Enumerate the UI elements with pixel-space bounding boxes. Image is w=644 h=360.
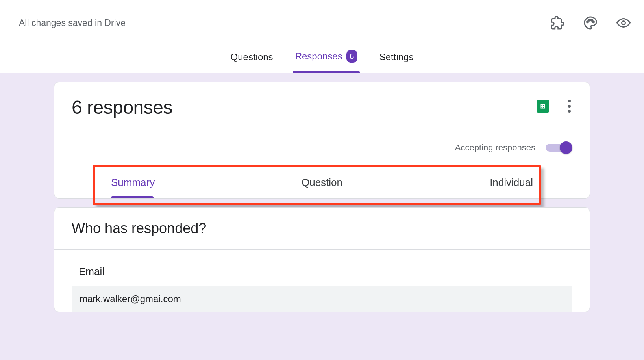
who-responded-card: Who has responded? Email mark.walker@gma… [54,207,590,312]
save-status: All changes saved in Drive [19,18,126,28]
svg-point-0 [587,21,588,23]
top-icons [550,16,635,30]
svg-point-1 [588,19,590,21]
subtab-individual[interactable]: Individual [394,176,533,198]
subtab-label: Question [302,176,342,188]
accepting-responses-label: Accepting responses [455,143,535,153]
responses-title: 6 responses [72,96,172,118]
form-nav-tabs: Questions Responses 6 Settings [0,39,644,73]
create-spreadsheet-button[interactable] [537,100,549,113]
more-options-button[interactable] [566,98,572,114]
subtab-question[interactable]: Question [250,176,394,198]
subtab-label: Summary [111,176,155,188]
subtab-summary[interactable]: Summary [111,176,250,198]
tab-label: Questions [231,52,273,63]
tab-label: Settings [379,52,414,63]
svg-point-3 [593,21,594,23]
svg-point-2 [591,19,592,21]
svg-point-4 [622,21,625,25]
tab-settings[interactable]: Settings [377,52,416,73]
tab-questions[interactable]: Questions [228,52,276,73]
tab-responses[interactable]: Responses 6 [293,50,360,73]
accepting-responses-toggle[interactable] [546,144,571,152]
respondent-email: mark.walker@gmai.com [72,286,572,312]
responses-count-badge: 6 [346,50,357,63]
preview-icon[interactable] [616,16,631,30]
responses-card: 6 responses Accepting responses [54,82,590,199]
palette-icon[interactable] [583,16,598,30]
who-responded-title: Who has responded? [72,220,572,237]
responses-subtabs: Summary Question Individual [72,167,572,198]
tab-label: Responses [295,51,342,62]
subtab-label: Individual [490,176,533,188]
email-column-label: Email [72,265,572,278]
addons-icon[interactable] [550,16,564,30]
